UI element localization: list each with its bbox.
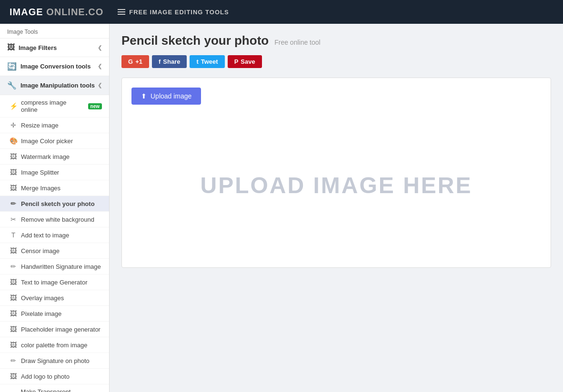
pixelate-label: Pixelate image (21, 310, 61, 317)
resize-label: Resize image (21, 122, 59, 129)
gplus-prefix: G (128, 58, 133, 65)
upload-icon: ⬆ (141, 92, 147, 100)
resize-icon: ✛ (10, 121, 17, 129)
new-badge: new (88, 103, 102, 109)
pinterest-prefix: P (234, 58, 239, 65)
twitter-label: Tweet (201, 58, 218, 65)
compress-label: compress image online (21, 99, 82, 113)
pixelate-icon: 🖼 (10, 310, 17, 317)
hamburger-icon (118, 9, 125, 15)
sidebar-item-pixelate[interactable]: 🖼 Pixelate image (0, 306, 109, 322)
placeholder-label: Placeholder image generator (21, 326, 101, 333)
twitter-prefix: t (196, 58, 198, 65)
add-text-icon: T (10, 231, 17, 239)
handwritten-label: Handwritten Signature image (21, 263, 101, 270)
sidebar-item-resize[interactable]: ✛ Resize image (0, 118, 109, 133)
watermark-icon: 🖼 (10, 153, 17, 160)
sidebar-item-merge[interactable]: 🖼 Merge Images (0, 180, 109, 196)
upload-button[interactable]: ⬆ Upload image (131, 88, 201, 105)
google-plus-button[interactable]: G +1 (121, 55, 149, 68)
sidebar-item-placeholder[interactable]: 🖼 Placeholder image generator (0, 322, 109, 337)
pencil-sketch-label: Pencil sketch your photo (21, 200, 95, 207)
image-manipulation-icon: 🔧 (7, 81, 17, 90)
sidebar-item-transparent-bg[interactable]: 🖼 Make Transparent background (0, 384, 109, 392)
sidebar: Image Tools 🖼 Image Filters ❮ 🔄 Image Co… (0, 24, 110, 392)
image-filters-label: Image Filters (19, 44, 57, 51)
nav-title: FREE IMAGE EDITING TOOLS (129, 9, 229, 16)
fb-prefix: f (159, 58, 161, 65)
sidebar-category-image-filters[interactable]: 🖼 Image Filters ❮ (0, 39, 109, 57)
header: IMAGE ONLINE.CO FREE IMAGE EDITING TOOLS (0, 0, 563, 24)
upload-placeholder-text: UPLOAD IMAGE HERE (131, 114, 541, 257)
sidebar-section-title: Image Tools (0, 24, 109, 39)
upload-button-label: Upload image (151, 92, 191, 100)
chevron-left-icon: ❮ (98, 82, 102, 88)
draw-signature-label: Draw Signature on photo (21, 357, 90, 364)
sidebar-item-text-to-image[interactable]: 🖼 Text to image Generator (0, 274, 109, 290)
logo-online-text: ONLINE.CO (46, 7, 103, 17)
color-palette-icon: 🖼 (10, 341, 17, 349)
sidebar-category-image-manipulation[interactable]: 🔧 Image Manipulation tools ❮ (0, 76, 109, 95)
chevron-right-icon: ❮ (98, 45, 102, 51)
chevron-right-icon-2: ❮ (98, 63, 102, 69)
sidebar-item-censor[interactable]: 🖼 Censor image (0, 243, 109, 259)
add-text-label: Add text to image (21, 232, 69, 239)
handwritten-icon: ✏ (10, 263, 17, 270)
page-title: Pencil sketch your photo (121, 33, 269, 48)
sidebar-item-compress[interactable]: ⚡ compress image online new (0, 95, 109, 118)
main-content: Pencil sketch your photo Free online too… (110, 24, 563, 392)
draw-signature-icon: ✏ (10, 357, 17, 364)
text-to-image-label: Text to image Generator (21, 279, 87, 286)
sidebar-item-handwritten[interactable]: ✏ Handwritten Signature image (0, 259, 109, 274)
social-buttons: G +1 f Share t Tweet P Save (121, 55, 551, 68)
color-picker-label: Image Color picker (21, 137, 73, 145)
facebook-share-button[interactable]: f Share (152, 55, 187, 68)
twitter-tweet-button[interactable]: t Tweet (190, 55, 224, 68)
watermark-label: Watermark image (21, 153, 70, 160)
sidebar-item-draw-signature[interactable]: ✏ Draw Signature on photo (0, 353, 109, 369)
sidebar-item-watermark[interactable]: 🖼 Watermark image (0, 149, 109, 165)
remove-bg-icon: ✂ (10, 216, 17, 223)
image-manipulation-label: Image Manipulation tools (20, 82, 95, 89)
layout: Image Tools 🖼 Image Filters ❮ 🔄 Image Co… (0, 24, 563, 392)
page-subtitle: Free online tool (274, 39, 321, 46)
sidebar-item-pencil-sketch[interactable]: ✏ Pencil sketch your photo (0, 196, 109, 212)
menu-toggle[interactable]: FREE IMAGE EDITING TOOLS (118, 9, 229, 16)
image-filters-icon: 🖼 (7, 43, 15, 52)
placeholder-icon: 🖼 (10, 325, 17, 333)
sidebar-category-image-conversion[interactable]: 🔄 Image Conversion tools ❮ (0, 57, 109, 76)
color-picker-icon: 🎨 (10, 137, 17, 145)
pencil-icon: ✏ (10, 200, 17, 207)
fb-label: Share (163, 58, 180, 65)
sidebar-item-remove-bg[interactable]: ✂ Remove white background (0, 212, 109, 227)
color-palette-label: color palette from image (21, 342, 87, 349)
splitter-icon: 🖼 (10, 168, 17, 176)
compress-icon: ⚡ (10, 102, 17, 110)
overlay-label: Overlay images (21, 294, 64, 302)
sidebar-item-color-palette[interactable]: 🖼 color palette from image (0, 337, 109, 353)
image-conversion-label: Image Conversion tools (20, 63, 90, 70)
image-conversion-icon: 🔄 (7, 62, 17, 71)
transparent-bg-label: Make Transparent background (20, 388, 102, 392)
pinterest-save-button[interactable]: P Save (228, 55, 262, 68)
merge-label: Merge Images (21, 185, 60, 192)
merge-icon: 🖼 (10, 184, 17, 192)
overlay-icon: 🖼 (10, 294, 17, 302)
upload-container: ⬆ Upload image UPLOAD IMAGE HERE (121, 78, 551, 268)
sidebar-item-add-text[interactable]: T Add text to image (0, 227, 109, 243)
add-logo-icon: 🖼 (10, 372, 17, 380)
remove-bg-label: Remove white background (21, 216, 94, 223)
add-logo-label: Add logo to photo (21, 373, 70, 380)
sidebar-item-overlay[interactable]: 🖼 Overlay images (0, 290, 109, 306)
page-header: Pencil sketch your photo Free online too… (121, 33, 551, 48)
gplus-label: +1 (135, 58, 142, 65)
sidebar-item-splitter[interactable]: 🖼 Image Splitter (0, 165, 109, 180)
logo-image-text: IMAGE (10, 7, 43, 17)
pinterest-label: Save (241, 58, 255, 65)
site-logo: IMAGE ONLINE.CO (10, 7, 103, 18)
sidebar-item-add-logo[interactable]: 🖼 Add logo to photo (0, 369, 109, 384)
text-to-image-icon: 🖼 (10, 278, 17, 286)
censor-icon: 🖼 (10, 247, 17, 255)
splitter-label: Image Splitter (21, 169, 59, 176)
sidebar-item-color-picker[interactable]: 🎨 Image Color picker (0, 133, 109, 149)
